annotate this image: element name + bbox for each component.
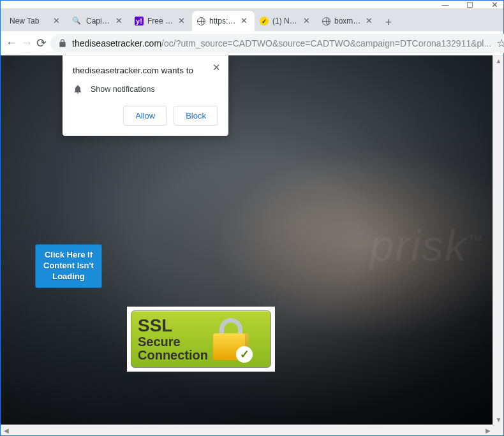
ssl-badge-inner: SSL Secure Connection ✓ — [131, 310, 271, 368]
tab-close-icon[interactable] — [53, 17, 62, 25]
reload-button[interactable] — [36, 34, 47, 52]
new-tab-button[interactable] — [380, 13, 397, 31]
tab-title: (1) Notific... — [272, 17, 299, 25]
back-button[interactable] — [6, 34, 17, 52]
scroll-corner — [493, 425, 503, 435]
window-close-button[interactable] — [491, 1, 498, 8]
yahoo-icon: y! — [135, 17, 144, 25]
watermark-text: prisk™ — [369, 221, 484, 270]
ssl-text: SSL Secure Connection — [138, 316, 208, 361]
scroll-left-arrow-icon[interactable]: ◀ — [1, 425, 11, 435]
tab-close-icon[interactable] — [241, 17, 249, 25]
tab-new-tab[interactable]: New Tab — [4, 11, 67, 31]
bell-icon — [73, 84, 83, 94]
norton-icon — [260, 17, 269, 25]
bookmark-star-icon[interactable] — [496, 36, 504, 50]
globe-icon — [197, 17, 205, 25]
tab-title: boxmattre... — [334, 17, 362, 25]
scroll-right-arrow-icon[interactable]: ▶ — [482, 425, 493, 435]
block-button[interactable]: Block — [174, 106, 218, 126]
tab-free-data[interactable]: y! Free Data... — [130, 11, 192, 31]
scroll-up-arrow-icon[interactable]: ▲ — [493, 55, 503, 66]
notification-permission-dialog: thediseasetracker.com wants to Show noti… — [63, 55, 228, 136]
tab-title: New Tab — [10, 17, 49, 25]
ssl-line2: Secure — [138, 335, 208, 349]
vertical-scrollbar[interactable]: ▲ ▼ — [493, 55, 503, 425]
address-bar[interactable]: thediseasetracker.com/oc/?utm_source=CAD… — [50, 34, 504, 53]
globe-icon — [322, 17, 330, 25]
click-here-line1: Click Here If — [43, 250, 94, 261]
toolbar: thediseasetracker.com/oc/?utm_source=CAD… — [1, 31, 503, 55]
click-here-line3: Loading — [43, 272, 94, 282]
lock-icon — [58, 39, 67, 48]
tab-notifications[interactable]: (1) Notific... — [255, 11, 317, 31]
scroll-track[interactable] — [11, 425, 482, 435]
tab-title: https://the... — [209, 17, 237, 25]
browser-window: New Tab CapitaSea... y! Free Data... htt… — [0, 0, 504, 436]
checkmark-icon: ✓ — [236, 346, 253, 363]
tab-close-icon[interactable] — [115, 17, 124, 25]
ssl-line3: Connection — [138, 349, 208, 362]
ssl-line1: SSL — [138, 316, 208, 335]
maximize-button[interactable] — [467, 2, 473, 8]
tab-title: CapitaSea... — [86, 17, 112, 25]
click-here-button[interactable]: Click Here If Content Isn't Loading — [35, 244, 102, 288]
click-here-line2: Content Isn't — [43, 261, 94, 272]
tab-close-icon[interactable] — [366, 17, 374, 25]
scroll-track[interactable] — [493, 66, 503, 414]
dialog-actions: Allow Block — [73, 106, 218, 126]
dialog-body: Show notifications — [73, 84, 218, 94]
tab-boxmattre[interactable]: boxmattre... — [317, 11, 380, 31]
allow-button[interactable]: Allow — [123, 106, 167, 126]
url-text: thediseasetracker.com/oc/?utm_source=CAD… — [72, 38, 491, 48]
search-icon — [72, 16, 82, 26]
forward-button[interactable] — [21, 34, 33, 52]
tab-close-icon[interactable] — [303, 17, 312, 25]
horizontal-scrollbar[interactable]: ◀ ▶ — [1, 425, 493, 435]
page-content: prisk™ Click Here If Content Isn't Loadi… — [1, 55, 503, 435]
tab-strip: New Tab CapitaSea... y! Free Data... htt… — [1, 8, 503, 31]
tab-capitasea[interactable]: CapitaSea... — [67, 11, 130, 31]
dialog-message: Show notifications — [91, 85, 155, 94]
window-controls — [1, 1, 503, 8]
minimize-button[interactable] — [441, 1, 449, 8]
tab-thediseasetracker[interactable]: https://the... — [192, 11, 255, 31]
tab-close-icon[interactable] — [178, 17, 187, 25]
dialog-close-button[interactable] — [212, 62, 221, 73]
padlock-icon: ✓ — [213, 318, 249, 360]
ssl-badge: SSL Secure Connection ✓ — [127, 307, 275, 372]
scroll-down-arrow-icon[interactable]: ▼ — [493, 414, 503, 425]
dialog-title: thediseasetracker.com wants to — [73, 66, 218, 75]
tab-title: Free Data... — [147, 17, 174, 25]
